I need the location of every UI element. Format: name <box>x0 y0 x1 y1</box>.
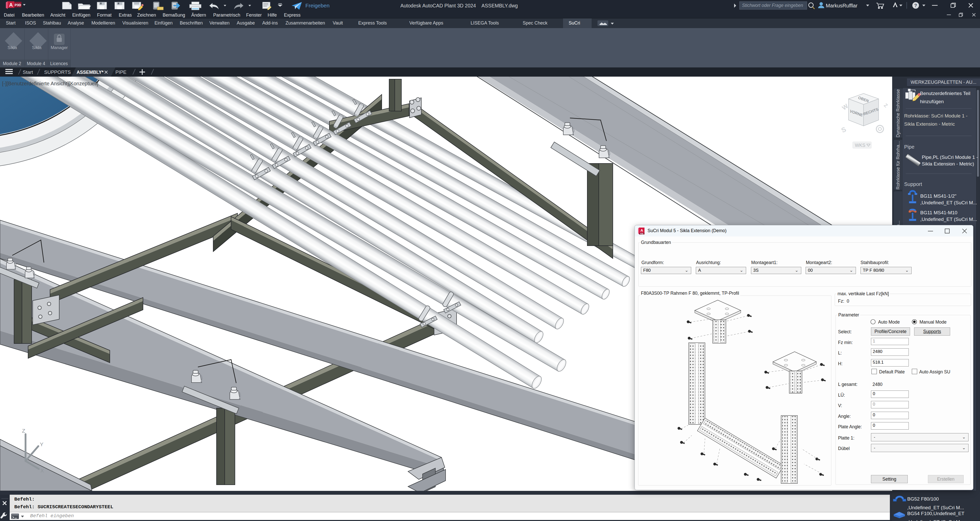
svg-text:Z: Z <box>883 102 889 108</box>
svg-text:?: ? <box>915 3 917 8</box>
svg-text:Freigeben: Freigeben <box>305 3 329 8</box>
svg-text:[-][Benutzerdefinierte Ansicht: [-][Benutzerdefinierte Ansicht][Konzeptu… <box>2 81 98 86</box>
svg-text:Stichwort oder Frage eingeben: Stichwort oder Frage eingeben <box>742 3 803 8</box>
svg-text:Sikla Extension - Metric: Sikla Extension - Metric <box>904 121 955 127</box>
svg-text:Licences: Licences <box>50 61 68 66</box>
svg-text:ASSEMBLY*: ASSEMBLY* <box>76 70 103 75</box>
svg-text:Y: Y <box>40 441 43 447</box>
svg-text:BG11 MS41-M10: BG11 MS41-M10 <box>920 210 957 215</box>
svg-text:WKS: WKS <box>855 143 865 148</box>
svg-text:P3D: P3D <box>640 233 643 234</box>
svg-text:,Undefined_ET (SuCri M...: ,Undefined_ET (SuCri M... <box>920 200 977 206</box>
svg-text:Start: Start <box>23 70 33 75</box>
svg-text:Benutzerdefiniertes Teil: Benutzerdefiniertes Teil <box>920 91 970 96</box>
svg-text:BG11 MS41-1/2": BG11 MS41-1/2" <box>920 193 956 199</box>
svg-text:SUPPORTS: SUPPORTS <box>44 70 71 75</box>
svg-text:A: A <box>640 228 643 233</box>
svg-text:Rohrklasse: SuCri Module 1 -: Rohrklasse: SuCri Module 1 - <box>904 113 967 118</box>
svg-text:Sikla: Sikla <box>32 45 41 50</box>
svg-text:Module 4: Module 4 <box>27 61 45 66</box>
svg-text:,Undefined_ET (SuCri M...: ,Undefined_ET (SuCri M... <box>907 519 964 521</box>
svg-text:A: A <box>9 2 13 8</box>
svg-text:BG52 F80/100: BG52 F80/100 <box>907 496 939 502</box>
svg-text:Support: Support <box>904 181 922 187</box>
svg-text:S: S <box>840 125 847 134</box>
svg-text:Sikla Extension - Metric): Sikla Extension - Metric) <box>922 161 974 167</box>
svg-text:Pipe,PL (SuCri Module 1 -: Pipe,PL (SuCri Module 1 - <box>922 155 978 160</box>
svg-text:,Undefined_ET (SuCri M...: ,Undefined_ET (SuCri M... <box>907 505 964 510</box>
svg-text:Manager: Manager <box>51 45 68 50</box>
svg-text:MarkusRufflar: MarkusRufflar <box>826 3 858 8</box>
svg-text:Rohrklasse für Rohrha...: Rohrklasse für Rohrha... <box>896 141 900 190</box>
svg-text:X: X <box>40 468 44 473</box>
svg-text:hinzufügen: hinzufügen <box>920 99 944 104</box>
svg-text:,Undefined_ET (SuCri M...: ,Undefined_ET (SuCri M... <box>920 217 977 222</box>
svg-text:BG54 F100,Undefined_ET: BG54 F100,Undefined_ET <box>907 511 964 516</box>
svg-text:Module 2: Module 2 <box>3 61 21 66</box>
svg-text:Sikla: Sikla <box>8 45 17 50</box>
svg-text:PIPE: PIPE <box>115 70 126 75</box>
svg-text:Dynamische Rohrklasse: Dynamische Rohrklasse <box>896 89 900 137</box>
svg-text:P3D: P3D <box>14 3 21 7</box>
svg-text:W: W <box>841 102 849 112</box>
svg-text:Z: Z <box>22 428 25 433</box>
svg-text:Pipe: Pipe <box>904 144 915 150</box>
